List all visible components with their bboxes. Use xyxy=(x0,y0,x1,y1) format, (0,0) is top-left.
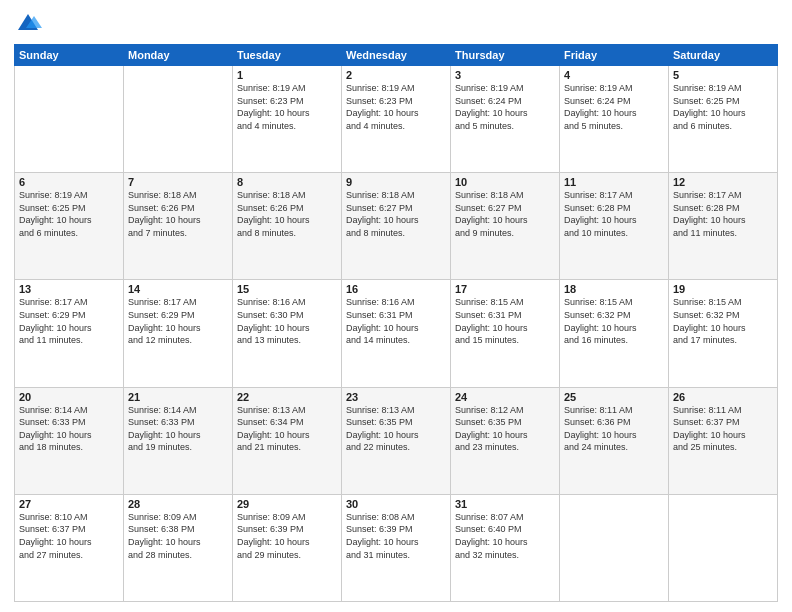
day-number: 31 xyxy=(455,498,555,510)
calendar-cell: 29Sunrise: 8:09 AM Sunset: 6:39 PM Dayli… xyxy=(233,494,342,601)
calendar-cell xyxy=(124,66,233,173)
calendar-cell: 31Sunrise: 8:07 AM Sunset: 6:40 PM Dayli… xyxy=(451,494,560,601)
day-number: 27 xyxy=(19,498,119,510)
calendar-cell: 17Sunrise: 8:15 AM Sunset: 6:31 PM Dayli… xyxy=(451,280,560,387)
col-header-monday: Monday xyxy=(124,45,233,66)
calendar-cell: 1Sunrise: 8:19 AM Sunset: 6:23 PM Daylig… xyxy=(233,66,342,173)
calendar-cell: 22Sunrise: 8:13 AM Sunset: 6:34 PM Dayli… xyxy=(233,387,342,494)
day-info: Sunrise: 8:17 AM Sunset: 6:29 PM Dayligh… xyxy=(19,296,119,346)
calendar-cell: 16Sunrise: 8:16 AM Sunset: 6:31 PM Dayli… xyxy=(342,280,451,387)
day-info: Sunrise: 8:19 AM Sunset: 6:25 PM Dayligh… xyxy=(19,189,119,239)
day-info: Sunrise: 8:13 AM Sunset: 6:35 PM Dayligh… xyxy=(346,404,446,454)
page: SundayMondayTuesdayWednesdayThursdayFrid… xyxy=(0,0,792,612)
day-number: 28 xyxy=(128,498,228,510)
calendar-cell: 20Sunrise: 8:14 AM Sunset: 6:33 PM Dayli… xyxy=(15,387,124,494)
calendar-cell xyxy=(15,66,124,173)
day-info: Sunrise: 8:13 AM Sunset: 6:34 PM Dayligh… xyxy=(237,404,337,454)
day-number: 30 xyxy=(346,498,446,510)
calendar-week-row: 13Sunrise: 8:17 AM Sunset: 6:29 PM Dayli… xyxy=(15,280,778,387)
col-header-saturday: Saturday xyxy=(669,45,778,66)
day-number: 6 xyxy=(19,176,119,188)
col-header-wednesday: Wednesday xyxy=(342,45,451,66)
day-number: 1 xyxy=(237,69,337,81)
day-number: 12 xyxy=(673,176,773,188)
calendar-cell: 30Sunrise: 8:08 AM Sunset: 6:39 PM Dayli… xyxy=(342,494,451,601)
day-number: 7 xyxy=(128,176,228,188)
calendar-cell: 14Sunrise: 8:17 AM Sunset: 6:29 PM Dayli… xyxy=(124,280,233,387)
col-header-sunday: Sunday xyxy=(15,45,124,66)
day-number: 24 xyxy=(455,391,555,403)
calendar-cell: 28Sunrise: 8:09 AM Sunset: 6:38 PM Dayli… xyxy=(124,494,233,601)
day-number: 22 xyxy=(237,391,337,403)
day-number: 3 xyxy=(455,69,555,81)
day-number: 25 xyxy=(564,391,664,403)
day-number: 8 xyxy=(237,176,337,188)
day-number: 18 xyxy=(564,283,664,295)
calendar-cell: 15Sunrise: 8:16 AM Sunset: 6:30 PM Dayli… xyxy=(233,280,342,387)
day-info: Sunrise: 8:17 AM Sunset: 6:28 PM Dayligh… xyxy=(564,189,664,239)
logo xyxy=(14,10,46,38)
day-number: 17 xyxy=(455,283,555,295)
calendar-week-row: 1Sunrise: 8:19 AM Sunset: 6:23 PM Daylig… xyxy=(15,66,778,173)
day-info: Sunrise: 8:15 AM Sunset: 6:31 PM Dayligh… xyxy=(455,296,555,346)
calendar-week-row: 6Sunrise: 8:19 AM Sunset: 6:25 PM Daylig… xyxy=(15,173,778,280)
calendar-header-row: SundayMondayTuesdayWednesdayThursdayFrid… xyxy=(15,45,778,66)
calendar-cell: 13Sunrise: 8:17 AM Sunset: 6:29 PM Dayli… xyxy=(15,280,124,387)
day-info: Sunrise: 8:19 AM Sunset: 6:25 PM Dayligh… xyxy=(673,82,773,132)
day-info: Sunrise: 8:18 AM Sunset: 6:27 PM Dayligh… xyxy=(455,189,555,239)
day-info: Sunrise: 8:12 AM Sunset: 6:35 PM Dayligh… xyxy=(455,404,555,454)
day-number: 26 xyxy=(673,391,773,403)
day-info: Sunrise: 8:17 AM Sunset: 6:29 PM Dayligh… xyxy=(128,296,228,346)
day-info: Sunrise: 8:18 AM Sunset: 6:26 PM Dayligh… xyxy=(128,189,228,239)
day-info: Sunrise: 8:16 AM Sunset: 6:31 PM Dayligh… xyxy=(346,296,446,346)
day-number: 10 xyxy=(455,176,555,188)
col-header-friday: Friday xyxy=(560,45,669,66)
calendar-cell: 18Sunrise: 8:15 AM Sunset: 6:32 PM Dayli… xyxy=(560,280,669,387)
calendar-cell: 3Sunrise: 8:19 AM Sunset: 6:24 PM Daylig… xyxy=(451,66,560,173)
day-info: Sunrise: 8:19 AM Sunset: 6:24 PM Dayligh… xyxy=(455,82,555,132)
day-number: 15 xyxy=(237,283,337,295)
calendar-cell: 2Sunrise: 8:19 AM Sunset: 6:23 PM Daylig… xyxy=(342,66,451,173)
day-number: 21 xyxy=(128,391,228,403)
calendar-cell: 25Sunrise: 8:11 AM Sunset: 6:36 PM Dayli… xyxy=(560,387,669,494)
calendar-cell: 8Sunrise: 8:18 AM Sunset: 6:26 PM Daylig… xyxy=(233,173,342,280)
calendar-cell: 7Sunrise: 8:18 AM Sunset: 6:26 PM Daylig… xyxy=(124,173,233,280)
calendar-cell: 12Sunrise: 8:17 AM Sunset: 6:28 PM Dayli… xyxy=(669,173,778,280)
day-info: Sunrise: 8:16 AM Sunset: 6:30 PM Dayligh… xyxy=(237,296,337,346)
day-number: 9 xyxy=(346,176,446,188)
day-info: Sunrise: 8:07 AM Sunset: 6:40 PM Dayligh… xyxy=(455,511,555,561)
calendar-cell: 6Sunrise: 8:19 AM Sunset: 6:25 PM Daylig… xyxy=(15,173,124,280)
day-number: 16 xyxy=(346,283,446,295)
calendar-cell: 5Sunrise: 8:19 AM Sunset: 6:25 PM Daylig… xyxy=(669,66,778,173)
day-info: Sunrise: 8:17 AM Sunset: 6:28 PM Dayligh… xyxy=(673,189,773,239)
day-info: Sunrise: 8:10 AM Sunset: 6:37 PM Dayligh… xyxy=(19,511,119,561)
day-number: 2 xyxy=(346,69,446,81)
calendar-cell: 21Sunrise: 8:14 AM Sunset: 6:33 PM Dayli… xyxy=(124,387,233,494)
day-info: Sunrise: 8:08 AM Sunset: 6:39 PM Dayligh… xyxy=(346,511,446,561)
calendar-cell xyxy=(560,494,669,601)
day-number: 5 xyxy=(673,69,773,81)
calendar-table: SundayMondayTuesdayWednesdayThursdayFrid… xyxy=(14,44,778,602)
day-number: 11 xyxy=(564,176,664,188)
day-info: Sunrise: 8:15 AM Sunset: 6:32 PM Dayligh… xyxy=(673,296,773,346)
day-info: Sunrise: 8:18 AM Sunset: 6:26 PM Dayligh… xyxy=(237,189,337,239)
calendar-cell: 26Sunrise: 8:11 AM Sunset: 6:37 PM Dayli… xyxy=(669,387,778,494)
day-number: 20 xyxy=(19,391,119,403)
day-info: Sunrise: 8:11 AM Sunset: 6:37 PM Dayligh… xyxy=(673,404,773,454)
day-info: Sunrise: 8:14 AM Sunset: 6:33 PM Dayligh… xyxy=(19,404,119,454)
day-number: 29 xyxy=(237,498,337,510)
calendar-cell: 19Sunrise: 8:15 AM Sunset: 6:32 PM Dayli… xyxy=(669,280,778,387)
day-info: Sunrise: 8:11 AM Sunset: 6:36 PM Dayligh… xyxy=(564,404,664,454)
day-number: 14 xyxy=(128,283,228,295)
header xyxy=(14,10,778,38)
calendar-week-row: 27Sunrise: 8:10 AM Sunset: 6:37 PM Dayli… xyxy=(15,494,778,601)
day-number: 23 xyxy=(346,391,446,403)
calendar-cell: 27Sunrise: 8:10 AM Sunset: 6:37 PM Dayli… xyxy=(15,494,124,601)
calendar-week-row: 20Sunrise: 8:14 AM Sunset: 6:33 PM Dayli… xyxy=(15,387,778,494)
col-header-tuesday: Tuesday xyxy=(233,45,342,66)
calendar-cell xyxy=(669,494,778,601)
day-number: 19 xyxy=(673,283,773,295)
day-info: Sunrise: 8:19 AM Sunset: 6:24 PM Dayligh… xyxy=(564,82,664,132)
col-header-thursday: Thursday xyxy=(451,45,560,66)
logo-icon xyxy=(14,10,42,38)
